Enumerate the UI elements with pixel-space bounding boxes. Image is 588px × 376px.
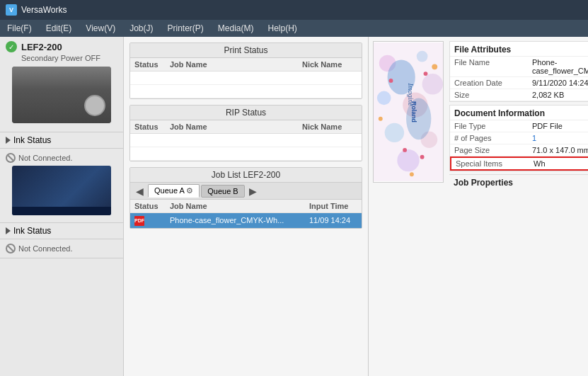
di-row-pagesize: Page Size 71.0 x 147.0 mm — [450, 144, 588, 156]
printer1-status-text: Secondary Power OFF — [6, 54, 117, 62]
fa-label-size: Size — [454, 91, 532, 99]
job-inputtime-col: Input Time — [305, 200, 362, 213]
menu-media[interactable]: Media(M) — [211, 20, 261, 37]
preview-svg: Imagine Roland — [374, 42, 443, 182]
fa-row-date: Creation Date 9/11/2020 14:24:02 — [450, 77, 588, 89]
printer2-expand-icon — [6, 227, 11, 234]
job-row-name: Phone-case_flower_CMYK-Wh... — [166, 213, 305, 228]
fa-row-filename: File Name Phone-case_flower_CMYK... — [450, 57, 588, 77]
printer1-header: ✓ LEF2-200 — [6, 41, 117, 52]
queue-a-gear-icon[interactable]: ⚙ — [186, 186, 193, 195]
menu-printer[interactable]: Printer(P) — [161, 20, 211, 37]
file-attributes: File Attributes File Name Phone-case_flo… — [449, 41, 588, 102]
job-row-time: 11/09 14:24 — [305, 213, 362, 228]
document-info: Document Information File Type PDF File … — [449, 105, 588, 171]
printer2-section: Not Connected. — [0, 149, 123, 223]
special-items-value: Wh — [534, 159, 588, 168]
queue-a-tab[interactable]: Queue A ⚙ — [148, 184, 200, 198]
special-items-label: Special Items — [456, 159, 534, 168]
print-status-section: Print Status Status Job Name Nick Name — [129, 42, 362, 99]
job-row[interactable]: PDF Phone-case_flower_CMYK-Wh... 11/09 1… — [130, 213, 362, 228]
di-label-filetype: File Type — [454, 122, 532, 130]
preview-container: Imagine Roland — [373, 41, 444, 188]
rip-nickname-col: Nick Name — [298, 120, 362, 134]
svg-point-2 — [417, 51, 428, 62]
svg-point-18 — [379, 117, 383, 121]
printer1-img-inner — [12, 67, 111, 123]
middle-panel: Print Status Status Job Name Nick Name — [124, 37, 369, 376]
printer1-ink-status[interactable]: Ink Status — [0, 132, 123, 149]
printer1-expand-icon — [6, 137, 11, 144]
svg-point-14 — [424, 72, 428, 76]
job-list-section: Job List LEF2-200 ◀ Queue A ⚙ Queue B ▶ … — [129, 167, 362, 229]
job-row-status: PDF — [130, 213, 166, 228]
di-value-filetype: PDF File — [532, 122, 588, 130]
menu-job[interactable]: Job(J) — [122, 20, 160, 37]
fa-value-filename: Phone-case_flower_CMYK... — [532, 58, 588, 75]
printer3-section: Not Connected. — [0, 239, 123, 258]
menu-file[interactable]: File(F) — [0, 20, 39, 37]
rip-status-section: RIP Status Status Job Name Nick Name — [129, 105, 362, 161]
printer3-not-connected: Not Connected. — [6, 244, 117, 253]
queue-prev-arrow[interactable]: ◀ — [133, 186, 146, 197]
printer1-image — [12, 67, 111, 123]
pdf-icon: PDF — [134, 216, 144, 226]
di-row-filetype: File Type PDF File — [450, 120, 588, 132]
doc-info-header: Document Information — [450, 106, 588, 120]
menu-help[interactable]: Help(H) — [261, 20, 304, 37]
job-preview-image: Imagine Roland — [373, 41, 444, 183]
menu-edit[interactable]: Edit(E) — [39, 20, 79, 37]
printer1-status-icon: ✓ — [6, 41, 17, 52]
print-jobname-col: Job Name — [166, 58, 298, 72]
svg-point-4 — [377, 91, 391, 106]
svg-text:Roland: Roland — [410, 101, 417, 123]
printer2-status-text: Not Connected. — [18, 154, 72, 162]
printer1-section: ✓ LEF2-200 Secondary Power OFF — [0, 37, 123, 132]
no-connection-icon — [6, 153, 16, 163]
fa-row-size: Size 2,082 KB — [450, 89, 588, 101]
queue-next-arrow[interactable]: ▶ — [246, 186, 260, 197]
queue-b-tab[interactable]: Queue B — [201, 185, 244, 198]
svg-point-15 — [403, 148, 407, 152]
file-attributes-header: File Attributes — [450, 42, 588, 57]
printer2-not-connected: Not Connected. — [6, 153, 117, 163]
print-status-col: Status — [130, 58, 166, 72]
printer2-ink-status[interactable]: Ink Status — [0, 223, 123, 239]
di-value-pages: 1 — [532, 134, 588, 142]
special-items-row: Special Items Wh — [450, 156, 588, 171]
right-panel: Imagine Roland — [369, 37, 588, 376]
svg-point-6 — [385, 123, 404, 142]
app-logo: V — [6, 4, 17, 16]
left-panel: ✓ LEF2-200 Secondary Power OFF Ink Statu… — [0, 37, 124, 376]
printer2-ink-label: Ink Status — [13, 226, 51, 236]
printer3-status-text: Not Connected. — [18, 244, 72, 253]
print-status-empty-row — [130, 72, 362, 85]
print-status-header: Print Status — [130, 43, 362, 58]
rip-status-header: RIP Status — [130, 106, 362, 120]
fa-label-date: Creation Date — [454, 79, 532, 87]
title-bar: V VersaWorks — [0, 0, 588, 20]
svg-point-3 — [422, 74, 443, 94]
fa-value-date: 9/11/2020 14:24:02 — [532, 79, 588, 87]
no-connection-icon-3 — [6, 244, 16, 253]
job-properties-header: Job Properties — [449, 174, 588, 189]
job-list-header: Job List LEF2-200 — [130, 168, 362, 183]
svg-point-17 — [432, 64, 437, 69]
svg-point-16 — [420, 155, 425, 159]
print-nickname-col: Nick Name — [298, 58, 362, 72]
rip-status-table: Status Job Name Nick Name — [130, 120, 362, 161]
print-status-empty-row2 — [130, 85, 362, 98]
attrs-container: File Attributes File Name Phone-case_flo… — [449, 41, 588, 189]
menu-view[interactable]: View(V) — [79, 20, 122, 37]
print-status-table: Status Job Name Nick Name — [130, 58, 362, 98]
rip-status-empty-row2 — [130, 147, 362, 161]
fa-value-size: 2,082 KB — [532, 91, 588, 99]
rip-jobname-col: Job Name — [166, 120, 298, 134]
printer1-name: LEF2-200 — [21, 42, 62, 52]
printer2-stripe — [12, 207, 111, 215]
job-table: Status Job Name Input Time PDF Phone-cas… — [130, 200, 362, 228]
job-status-col: Status — [130, 200, 166, 213]
rip-status-empty-row — [130, 134, 362, 147]
di-value-pagesize: 71.0 x 147.0 mm — [532, 146, 588, 154]
svg-point-19 — [410, 172, 414, 176]
